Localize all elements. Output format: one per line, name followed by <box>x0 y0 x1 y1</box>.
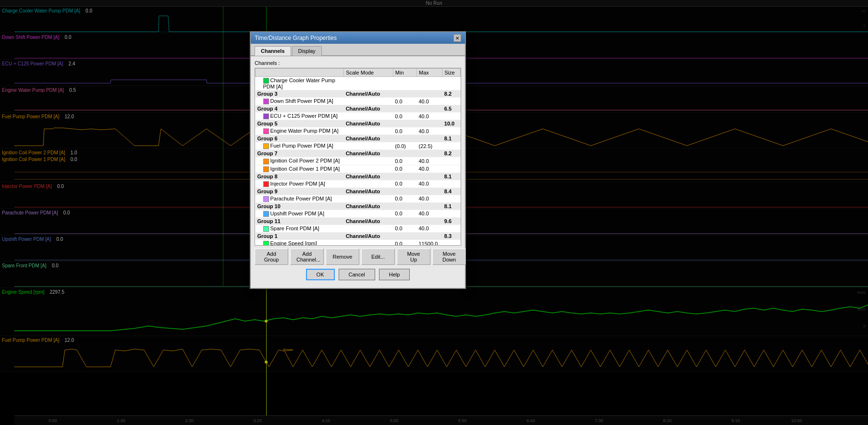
add-group-button[interactable]: Add Group <box>255 249 288 265</box>
channel-name-6[interactable]: Engine Water Pump PDM [A] <box>256 127 344 135</box>
group-name-1[interactable]: Group 3 <box>256 90 344 98</box>
group-size-16: 8.1 <box>442 202 461 210</box>
channel-min-0 <box>393 77 416 90</box>
group-max-20 <box>417 233 442 240</box>
channel-name-15[interactable]: Parachute Power PDM [A] <box>256 195 344 202</box>
group-min-16 <box>393 202 416 210</box>
channel-name-8[interactable]: Fuel Pump Power PDM [A] <box>256 142 344 150</box>
channel-size-6 <box>442 127 461 135</box>
channel-max-6: 40.0 <box>417 127 442 135</box>
channel-size-0 <box>442 77 461 90</box>
channel-size-10 <box>442 157 461 165</box>
group-name-16[interactable]: Group 10 <box>256 202 344 210</box>
group-scale-1: Channel/Auto <box>344 90 393 98</box>
channel-scale-19 <box>344 225 393 232</box>
channel-scale-8 <box>344 142 393 150</box>
ok-cancel-buttons: OK Cancel Help <box>255 269 461 284</box>
channel-name-0[interactable]: Charge Cooler Water Pump PDM [A] <box>256 77 344 90</box>
channel-min-6: 0.0 <box>393 127 416 135</box>
group-max-14 <box>417 188 442 195</box>
group-scale-14: Channel/Auto <box>344 188 393 195</box>
group-size-12: 8.1 <box>442 173 461 180</box>
channels-table-wrapper[interactable]: Scale Mode Min Max Size Charge Cooler Wa… <box>255 68 461 246</box>
channels-label: Channels : <box>255 60 461 66</box>
group-name-12[interactable]: Group 8 <box>256 173 344 180</box>
remove-button[interactable]: Remove <box>326 249 359 265</box>
group-size-1: 8.2 <box>442 90 461 98</box>
channel-min-2: 0.0 <box>393 98 416 105</box>
group-min-14 <box>393 188 416 195</box>
group-max-12 <box>417 173 442 180</box>
dialog-titlebar: Time/Distance Graph Properties ✕ <box>251 32 465 44</box>
channel-scale-0 <box>344 77 393 90</box>
group-scale-9: Channel/Auto <box>344 150 393 157</box>
channel-min-19: 0.0 <box>393 225 416 232</box>
tab-channels[interactable]: Channels <box>255 46 291 56</box>
edit-button[interactable]: Edit... <box>361 249 395 265</box>
tab-display[interactable]: Display <box>292 46 322 56</box>
channel-scale-4 <box>344 112 393 120</box>
channel-size-2 <box>442 98 461 105</box>
channel-name-21[interactable]: Engine Speed [rpm] <box>256 240 344 246</box>
channel-size-11 <box>442 165 461 173</box>
col-header-name <box>256 69 344 77</box>
ok-button[interactable]: OK <box>306 269 335 280</box>
channel-name-4[interactable]: ECU + C125 Power PDM [A] <box>256 112 344 120</box>
channel-max-0 <box>417 77 442 90</box>
group-min-5 <box>393 120 416 127</box>
help-button[interactable]: Help <box>379 269 410 280</box>
group-scale-5: Channel/Auto <box>344 120 393 127</box>
channel-size-17 <box>442 210 461 217</box>
channel-max-13: 40.0 <box>417 180 442 188</box>
channel-min-10: 0.0 <box>393 157 416 165</box>
channel-scale-10 <box>344 157 393 165</box>
group-name-20[interactable]: Group 1 <box>256 233 344 240</box>
group-name-3[interactable]: Group 4 <box>256 105 344 112</box>
move-down-button[interactable]: Move Down <box>432 249 466 265</box>
group-max-9 <box>417 150 442 157</box>
group-size-5: 10.0 <box>442 120 461 127</box>
channel-min-4: 0.0 <box>393 112 416 120</box>
group-name-5[interactable]: Group 5 <box>256 120 344 127</box>
channel-size-19 <box>442 225 461 232</box>
group-max-3 <box>417 105 442 112</box>
channel-name-11[interactable]: Ignition Coil Power 1 PDM [A] <box>256 165 344 173</box>
channel-min-11: 0.0 <box>393 165 416 173</box>
group-min-18 <box>393 217 416 225</box>
channels-table: Scale Mode Min Max Size Charge Cooler Wa… <box>255 68 461 246</box>
channel-scale-11 <box>344 165 393 173</box>
channel-name-2[interactable]: Down Shift Power PDM [A] <box>256 98 344 105</box>
add-channel-button[interactable]: Add Channel... <box>290 249 324 265</box>
group-scale-18: Channel/Auto <box>344 217 393 225</box>
group-scale-12: Channel/Auto <box>344 173 393 180</box>
channel-max-2: 40.0 <box>417 98 442 105</box>
dialog-body: Channels : Scale Mode Min Max Size Charg… <box>251 56 465 288</box>
channel-name-17[interactable]: Upshift Power PDM [A] <box>256 210 344 217</box>
dialog-close-button[interactable]: ✕ <box>453 34 461 42</box>
group-name-9[interactable]: Group 7 <box>256 150 344 157</box>
group-max-16 <box>417 202 442 210</box>
group-name-14[interactable]: Group 9 <box>256 188 344 195</box>
group-min-12 <box>393 173 416 180</box>
group-min-3 <box>393 105 416 112</box>
col-header-min: Min <box>393 69 416 77</box>
channel-min-13: 0.0 <box>393 180 416 188</box>
channel-max-4: 40.0 <box>417 112 442 120</box>
dialog-title: Time/Distance Graph Properties <box>255 35 337 41</box>
col-header-max: Max <box>417 69 442 77</box>
cancel-button[interactable]: Cancel <box>339 269 375 280</box>
col-header-scale: Scale Mode <box>344 69 393 77</box>
channel-min-17: 0.0 <box>393 210 416 217</box>
group-min-7 <box>393 135 416 142</box>
channel-max-10: 40.0 <box>417 157 442 165</box>
channel-name-13[interactable]: Injector Power PDM [A] <box>256 180 344 188</box>
group-name-18[interactable]: Group 11 <box>256 217 344 225</box>
channel-size-21 <box>442 240 461 246</box>
channel-name-10[interactable]: Ignition Coil Power 2 PDM [A] <box>256 157 344 165</box>
channel-name-19[interactable]: Spare Front PDM [A] <box>256 225 344 232</box>
channel-scale-17 <box>344 210 393 217</box>
group-size-18: 9.6 <box>442 217 461 225</box>
group-name-7[interactable]: Group 6 <box>256 135 344 142</box>
move-up-button[interactable]: Move Up <box>397 249 430 265</box>
dialog-tabs: Channels Display <box>251 44 465 56</box>
